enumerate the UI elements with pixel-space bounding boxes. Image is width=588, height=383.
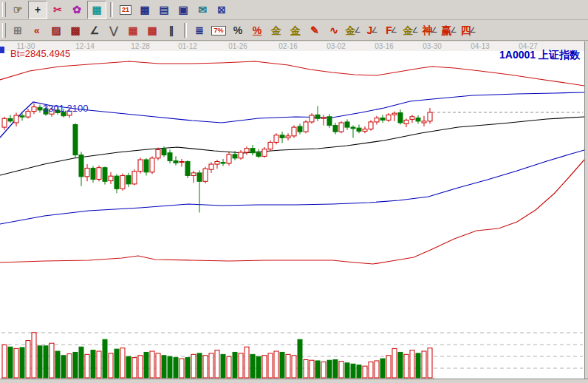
- crosshair-icon: +: [35, 4, 41, 15]
- map-view-icon: ▦: [92, 4, 101, 15]
- date-tick-label: 04-13: [471, 42, 490, 50]
- scissors-measure-icon: ✂: [53, 4, 62, 15]
- window-right-edge: [584, 41, 588, 383]
- gann-square-tool-button[interactable]: ▩: [66, 22, 84, 39]
- last-price-label: 3301.2100: [43, 103, 88, 114]
- chip-distribution-icon: ✿: [72, 4, 81, 15]
- percent-seven-tool-icon: 7%: [211, 26, 225, 35]
- grid-box-tool-icon: ▩: [147, 25, 157, 35]
- angle-lines-icon: ∠: [371, 27, 377, 34]
- calendar-21-icon: 21: [120, 5, 131, 15]
- gann-square-tool-icon: ▩: [70, 25, 80, 35]
- speed-lines-tool-icon: ∠: [90, 25, 100, 35]
- notes-icon: ▤: [159, 4, 168, 15]
- gold-lines-tool-button[interactable]: 金: [287, 22, 304, 39]
- grid-tool-button[interactable]: ▦: [124, 22, 142, 39]
- date-tick-label: 01-12: [178, 42, 197, 50]
- send-mail-button[interactable]: ✉: [194, 1, 211, 18]
- wave-tool-button[interactable]: ∿: [325, 22, 343, 39]
- date-tick-label: 02-16: [278, 42, 298, 50]
- ying-angle-tool-button[interactable]: 赢∠: [440, 22, 458, 39]
- save-disk-button[interactable]: ▣: [174, 1, 192, 18]
- parallel-lines-tool-icon: ∥: [169, 25, 174, 35]
- middle-band-line: [0, 117, 584, 175]
- crosshair-button[interactable]: +: [28, 1, 47, 19]
- date-tick-label: 01-26: [228, 42, 247, 50]
- zigzag-tool-icon: ⋁: [109, 25, 117, 35]
- print-button[interactable]: ⊠: [213, 1, 230, 18]
- toolbar-separator: [184, 23, 187, 38]
- notes-button[interactable]: ▤: [155, 1, 173, 18]
- print-icon: ⊠: [217, 4, 226, 15]
- angle-lines-icon: ∠: [391, 27, 397, 34]
- candle-brush-tool-icon: ✎: [310, 25, 319, 35]
- toolbar-grip[interactable]: [2, 2, 6, 17]
- shen-angle-tool-button[interactable]: 神∠: [421, 22, 439, 39]
- grid-tool-icon: ▦: [128, 25, 137, 35]
- window-grid-tool-button[interactable]: ⊞: [9, 22, 27, 39]
- angle-lines-icon: ∠: [451, 27, 457, 34]
- map-view-button[interactable]: ▦: [87, 1, 106, 19]
- date-axis: 11-3012-1412-2801-1201-2602-1603-0203-16…: [0, 41, 584, 52]
- percent-line-tool-button[interactable]: %: [248, 22, 266, 39]
- grid-box-tool-button[interactable]: ▩: [143, 22, 161, 39]
- gold-angle-2-tool-button[interactable]: 金∠: [402, 22, 420, 39]
- drawing-toolbar: ⊞«▨▩∠⋁▦▩∥≣7%%%金金✎∿金∠J∠F∠金∠神∠赢∠四∠: [0, 21, 588, 41]
- symbol-code: 1A0001: [499, 49, 536, 61]
- parallel-lines-tool-button[interactable]: ∥: [163, 22, 180, 39]
- chip-distribution-button[interactable]: ✿: [68, 1, 86, 18]
- symbol-name: 上证指数: [539, 49, 580, 61]
- toolbar-separator: [110, 2, 113, 17]
- scissors-measure-button[interactable]: ✂: [49, 1, 66, 18]
- lower-blue-band-line: [0, 150, 584, 224]
- save-disk-icon: ▣: [178, 4, 188, 15]
- speed-lines-tool-button[interactable]: ∠: [86, 22, 103, 39]
- date-tick-label: 12-14: [75, 42, 95, 50]
- main-toolbar: ☞+✂✿▦21▦▤▣✉⊠: [0, 0, 588, 20]
- calculator-icon: ▦: [140, 4, 149, 15]
- angle-lines-icon: ∠: [412, 27, 419, 34]
- indicator-readout: Bt=2845.4945: [10, 48, 70, 59]
- zigzag-tool-button[interactable]: ⋁: [105, 22, 123, 39]
- symbol-title: 1A0001 上证指数: [499, 49, 580, 62]
- gold-lines-tool-icon: 金: [290, 25, 301, 35]
- calculator-button[interactable]: ▦: [136, 1, 154, 18]
- pan-hand-icon: ☞: [13, 4, 23, 15]
- date-tick-label: 03-16: [375, 42, 394, 50]
- price-ladder-tool-button[interactable]: ≣: [191, 22, 208, 39]
- date-tick-label: 03-30: [423, 42, 442, 50]
- gold-coin-tool-icon: 金: [271, 25, 281, 35]
- collapse-marker-icon[interactable]: [0, 47, 4, 53]
- si-angle-tool-button[interactable]: 四∠: [459, 22, 477, 39]
- send-mail-icon: ✉: [198, 4, 207, 15]
- candlestick-series: [2, 104, 432, 213]
- fan-lines-tool-icon: «: [34, 25, 40, 35]
- chart-area[interactable]: Bt=2845.4945 1A0001 上证指数 3301.2100: [0, 51, 584, 379]
- chart-canvas: [0, 51, 584, 379]
- angle-lines-icon: ∠: [470, 27, 476, 34]
- upper-red-band-line: [0, 61, 584, 86]
- toolbar-grip[interactable]: [2, 23, 6, 38]
- window-grid-tool-icon: ⊞: [13, 25, 22, 35]
- calendar-21-button[interactable]: 21: [117, 1, 134, 18]
- gann-fan-tool-button[interactable]: ▨: [47, 22, 65, 39]
- percent-tool-button[interactable]: %: [229, 22, 247, 39]
- fan-lines-tool-button[interactable]: «: [28, 22, 46, 39]
- date-tick-label: 12-28: [131, 42, 150, 50]
- candle-brush-tool-button[interactable]: ✎: [306, 22, 324, 39]
- percent-line-tool-icon: %: [253, 25, 261, 35]
- pan-hand-button[interactable]: ☞: [9, 1, 27, 18]
- gold-angle-tool-button[interactable]: 金∠: [344, 22, 362, 39]
- volume-series: [2, 333, 432, 378]
- percent-tool-icon: %: [233, 25, 242, 35]
- angle-lines-icon: ∠: [431, 27, 438, 34]
- angle-lines-icon: ∠: [355, 27, 361, 34]
- wave-tool-icon: ∿: [329, 25, 338, 35]
- price-ladder-tool-icon: ≣: [195, 25, 204, 35]
- application-window: ☞+✂✿▦21▦▤▣✉⊠ ⊞«▨▩∠⋁▦▩∥≣7%%%金金✎∿金∠J∠F∠金∠神…: [0, 0, 588, 383]
- window-bottom-edge: [0, 379, 588, 383]
- gold-coin-tool-button[interactable]: 金: [267, 22, 285, 39]
- j-angle-tool-button[interactable]: J∠: [363, 22, 381, 39]
- percent-seven-tool-button[interactable]: 7%: [210, 22, 228, 39]
- f-angle-tool-button[interactable]: F∠: [383, 22, 400, 39]
